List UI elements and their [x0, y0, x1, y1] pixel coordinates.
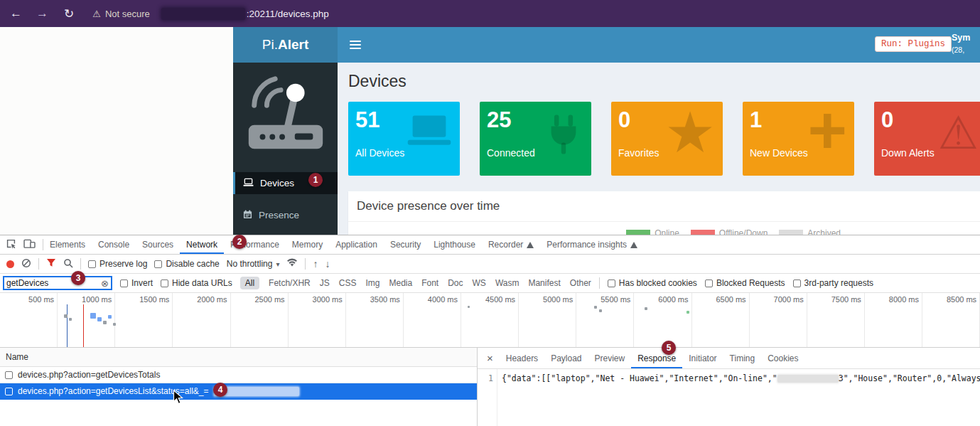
type-filter-ws[interactable]: WS — [473, 278, 486, 288]
stat-label: Down Alerts — [881, 147, 935, 159]
clear-icon[interactable] — [21, 258, 31, 270]
timeline-activity-mark — [103, 321, 107, 324]
inspect-icon[interactable] — [6, 238, 16, 251]
tab-timing[interactable]: Timing — [723, 348, 762, 368]
sidebar-item-devices[interactable]: Devices — [233, 172, 338, 194]
clear-filter-icon[interactable]: ⊗ — [101, 278, 109, 289]
third-party-requests-checkbox[interactable]: 3rd-party requests — [793, 278, 873, 288]
stat-card-favorites[interactable]: 0 Favorites ★ — [611, 102, 723, 176]
timeline-activity-mark — [108, 315, 112, 319]
filter-icon[interactable] — [46, 258, 56, 270]
stat-card-connected[interactable]: 25 Connected — [480, 102, 591, 176]
plug-icon — [543, 113, 584, 158]
tab-application[interactable]: Application — [329, 235, 384, 254]
url-text[interactable]: :20211/devices.php — [247, 9, 329, 19]
network-overview-timeline[interactable]: 500 ms 1000 ms 1500 ms 2000 ms 2500 ms 3… — [0, 293, 980, 348]
tab-preview[interactable]: Preview — [588, 348, 632, 368]
has-blocked-cookies-checkbox[interactable]: Has blocked cookies — [608, 278, 697, 288]
import-har-icon[interactable]: ↑ — [313, 258, 318, 270]
run-plugins-button[interactable]: Run: Plugins — [875, 36, 952, 52]
tab-initiator[interactable]: Initiator — [682, 348, 723, 368]
request-list-header[interactable]: Name — [0, 348, 477, 367]
browser-address-bar: ← → ↻ ⚠ Not secure :20211/devices.php — [0, 0, 980, 27]
tab-recorder[interactable]: Recorder — [482, 235, 540, 254]
tab-payload[interactable]: Payload — [544, 348, 588, 368]
type-filter-js[interactable]: JS — [320, 278, 330, 288]
app-logo[interactable]: Pi.Alert — [233, 27, 338, 63]
network-filter-bar: ⊗ Invert Hide data URLs All Fetch/XHR JS… — [0, 274, 980, 293]
stat-card-down-alerts[interactable]: 0 Down Alerts ⚠ — [874, 102, 980, 176]
checkbox[interactable] — [154, 260, 162, 268]
response-content: {"data":[["laptop","Net - Huawei","Inter… — [497, 369, 980, 426]
type-filter-other[interactable]: Other — [570, 278, 591, 288]
tab-sources[interactable]: Sources — [136, 235, 180, 254]
tab-performance-insights[interactable]: Performance insights — [540, 235, 644, 254]
tab-headers[interactable]: Headers — [500, 348, 544, 368]
request-row[interactable]: devices.php?action=getDevicesTotals — [0, 367, 477, 383]
hamburger-icon[interactable] — [350, 41, 361, 49]
legend-swatch — [691, 230, 715, 235]
router-image — [233, 63, 338, 169]
plus-icon: + — [808, 96, 847, 164]
forward-icon[interactable]: → — [36, 6, 48, 21]
checkbox[interactable] — [88, 260, 96, 268]
tab-console[interactable]: Console — [92, 235, 136, 254]
type-filter-font[interactable]: Font — [421, 278, 438, 288]
tab-network[interactable]: Network — [180, 235, 224, 254]
timeline-tick: 3000 ms — [289, 293, 346, 347]
preserve-log-checkbox[interactable]: Preserve log — [88, 259, 147, 269]
tab-security[interactable]: Security — [384, 235, 427, 254]
checkbox[interactable] — [161, 279, 168, 287]
refresh-icon[interactable]: ↻ — [64, 6, 74, 21]
checkbox[interactable] — [793, 279, 801, 287]
type-filter-wasm[interactable]: Wasm — [495, 278, 519, 288]
stat-card-all-devices[interactable]: 51 All Devices — [348, 102, 460, 176]
stat-label: Favorites — [618, 147, 659, 159]
redacted-response-value — [777, 375, 839, 383]
back-icon[interactable]: ← — [10, 6, 22, 21]
sidebar: Pi.Alert — [233, 27, 338, 235]
request-row-selected[interactable]: devices.php?action=getDevicesList&status… — [0, 383, 477, 400]
network-conditions-icon[interactable] — [286, 258, 298, 270]
record-button[interactable] — [6, 260, 14, 268]
search-icon[interactable] — [63, 258, 73, 270]
throttling-dropdown[interactable]: No throttling ▾ — [227, 259, 280, 269]
type-filter-all[interactable]: All — [240, 277, 259, 289]
tab-memory[interactable]: Memory — [286, 235, 329, 254]
security-chip[interactable]: ⚠ Not secure — [92, 9, 150, 19]
timeline-tick: 5500 ms — [576, 293, 634, 347]
export-har-icon[interactable]: ↓ — [325, 258, 330, 270]
timeline-tick: 7000 ms — [750, 293, 807, 347]
type-filter-fetch[interactable]: Fetch/XHR — [269, 278, 311, 288]
type-filter-doc[interactable]: Doc — [448, 278, 463, 288]
type-filter-manifest[interactable]: Manifest — [528, 278, 560, 288]
stat-card-new-devices[interactable]: 1 New Devices + — [743, 102, 854, 176]
sidebar-item-presence[interactable]: Presence — [233, 204, 338, 226]
checkbox[interactable] — [5, 388, 13, 395]
blocked-requests-checkbox[interactable]: Blocked Requests — [705, 278, 785, 288]
chevron-down-icon: ▾ — [276, 260, 279, 268]
type-filter-css[interactable]: CSS — [339, 278, 357, 288]
checkbox[interactable] — [705, 279, 713, 287]
close-icon[interactable]: × — [480, 348, 500, 368]
page-title: Devices — [348, 72, 980, 91]
checkbox[interactable] — [608, 279, 615, 287]
type-filter-media[interactable]: Media — [389, 278, 412, 288]
load-line — [83, 304, 84, 347]
app-navbar: Run: Plugins Sym (28, — [338, 27, 980, 63]
disable-cache-checkbox[interactable]: Disable cache — [154, 259, 219, 269]
checkbox[interactable] — [5, 371, 13, 379]
request-name: devices.php?action=getDevicesTotals — [18, 370, 160, 380]
sidebar-item-label: Presence — [259, 210, 299, 220]
filter-input-box[interactable]: ⊗ — [3, 276, 112, 290]
device-toolbar-icon[interactable] — [23, 239, 36, 251]
checkbox[interactable] — [120, 279, 128, 287]
timeline-tick: 2000 ms — [173, 293, 230, 347]
tab-elements[interactable]: Elements — [43, 235, 92, 254]
type-filter-img[interactable]: Img — [365, 278, 379, 288]
tab-cookies[interactable]: Cookies — [761, 348, 804, 368]
invert-checkbox[interactable]: Invert — [120, 278, 153, 288]
user-info[interactable]: Sym (28, — [952, 32, 980, 55]
hide-data-urls-checkbox[interactable]: Hide data URLs — [161, 278, 232, 288]
tab-lighthouse[interactable]: Lighthouse — [427, 235, 482, 254]
